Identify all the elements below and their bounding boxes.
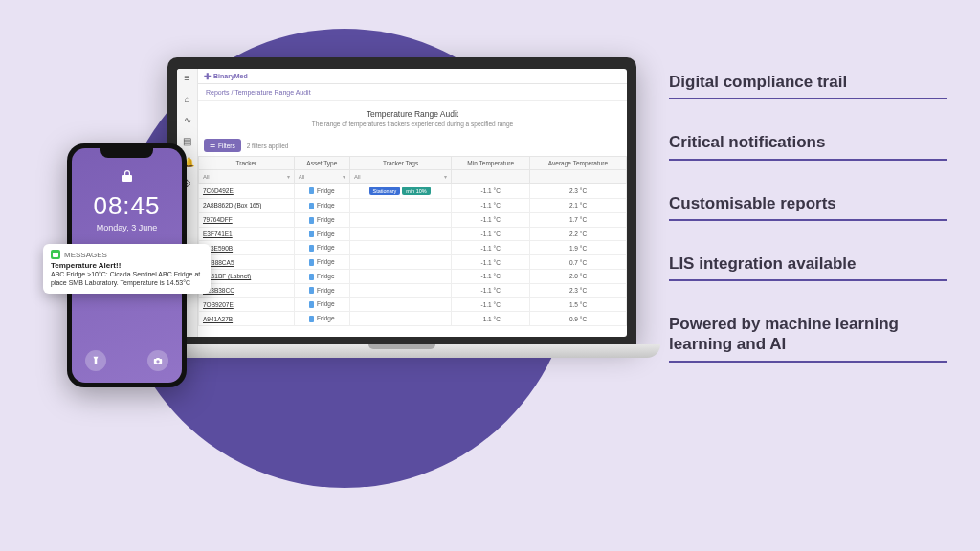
table-filter-row: All▾ All▾ All▾ [199, 170, 627, 184]
phone-mockup: 08:45 Monday, 3 June MESSAGES Temperatur… [67, 143, 187, 387]
tracker-cell[interactable]: 4A3E590B [199, 241, 295, 255]
laptop-mockup: ≡ ⌂ ∿ ▤ 🔔 ⚙ ✚ BinaryMed Reports / Temper… [167, 57, 636, 373]
fridge-icon [309, 203, 314, 209]
chart-icon[interactable]: ▤ [183, 137, 192, 146]
fridge-icon [309, 245, 314, 252]
filter-tags[interactable]: All▾ [349, 170, 451, 184]
tracker-cell[interactable]: 2A8B862D (Box 165) [199, 199, 295, 213]
asset-type-cell: Fridge [294, 227, 349, 241]
min-temp-cell: -1.1 °C [452, 269, 530, 283]
table-row: 7CB88CA5Fridge-1.1 °C0.7 °C [199, 255, 627, 270]
filters-applied-text: 2 filters applied [247, 143, 289, 149]
avg-temp-cell: 1.7 °C [530, 212, 627, 227]
col-tracker[interactable]: Tracker [199, 157, 295, 170]
asset-type-cell: Fridge [294, 199, 349, 213]
col-tracker-tags[interactable]: Tracker Tags [349, 157, 451, 170]
tags-cell [349, 241, 451, 255]
min-temp-cell: -1.1 °C [452, 298, 530, 312]
asset-type-cell: Fridge [294, 255, 349, 270]
table-row: 79764DFFFridge-1.1 °C1.7 °C [199, 212, 627, 227]
fridge-icon [309, 231, 314, 237]
min-temp-cell: -1.1 °C [452, 199, 530, 213]
asset-type-cell: Fridge [294, 312, 349, 326]
fridge-icon [309, 217, 314, 224]
table-row: 2A8B862D (Box 165)Fridge-1.1 °C2.1 °C [199, 199, 627, 213]
menu-icon[interactable]: ≡ [183, 74, 192, 83]
lockscreen-time: 08:45 [72, 191, 182, 221]
table-row: 4A3E590BFridge-1.1 °C1.9 °C [199, 241, 627, 255]
tracker-cell[interactable]: 7CB88CA5 [199, 255, 295, 270]
tag-badge: Stationary [369, 187, 401, 195]
feature-item: Powered by machine learning learning and… [669, 314, 947, 363]
signal-icon[interactable]: ∿ [183, 116, 192, 125]
fridge-icon [309, 187, 314, 194]
notification-body: ABC Fridge >10°C: Cicada Sentinel ABC Fr… [51, 271, 203, 288]
asset-type-cell: Fridge [294, 298, 349, 312]
fridge-icon [309, 259, 314, 266]
tracker-cell[interactable]: A941A27B [199, 312, 295, 326]
camera-icon[interactable] [147, 350, 168, 371]
home-icon[interactable]: ⌂ [183, 95, 192, 104]
avg-temp-cell: 1.5 °C [530, 298, 627, 312]
tracker-cell[interactable]: 7C6D492E [199, 184, 295, 199]
asset-type-cell: Fridge [294, 283, 349, 298]
tracker-cell[interactable]: BA61BF (Labnet) [199, 269, 295, 283]
logo-text: BinaryMed [213, 73, 248, 79]
avg-temp-cell: 2.2 °C [530, 227, 627, 241]
col-min-temp[interactable]: Min Temperature [452, 157, 530, 170]
min-temp-cell: -1.1 °C [452, 227, 530, 241]
asset-type-cell: Fridge [294, 269, 349, 283]
tag-badge: min 10% [402, 187, 430, 195]
asset-type-cell: Fridge [294, 212, 349, 227]
filter-tracker[interactable]: All▾ [199, 170, 295, 184]
min-temp-cell: -1.1 °C [452, 184, 530, 199]
avg-temp-cell: 2.1 °C [530, 199, 627, 213]
avg-temp-cell: 2.0 °C [530, 269, 627, 283]
feature-item: LIS integration available [669, 253, 947, 281]
tags-cell [349, 298, 451, 312]
avg-temp-cell: 2.3 °C [530, 283, 627, 298]
filters-button[interactable]: ☰Filters [204, 139, 241, 152]
logo-icon: ✚ [204, 72, 212, 81]
app-window: ≡ ⌂ ∿ ▤ 🔔 ⚙ ✚ BinaryMed Reports / Temper… [177, 69, 627, 337]
chevron-down-icon: ▾ [343, 173, 345, 180]
col-avg-temp[interactable]: Average Temperature [530, 157, 627, 170]
table-row: A941A27BFridge-1.1 °C0.9 °C [199, 312, 627, 326]
min-temp-cell: -1.1 °C [452, 312, 530, 326]
min-temp-cell: -1.1 °C [452, 212, 530, 227]
laptop-base [144, 344, 660, 358]
feature-list: Digital compliance trail Critical notifi… [669, 72, 947, 363]
filter-asset[interactable]: All▾ [294, 170, 349, 184]
col-asset-type[interactable]: Asset Type [294, 157, 349, 170]
notification-title: Temperature Alert!! [51, 261, 203, 270]
tags-cell [349, 199, 451, 213]
notification-card[interactable]: MESSAGES Temperature Alert!! ABC Fridge … [43, 244, 211, 294]
app-header: ✚ BinaryMed [198, 69, 627, 84]
tracker-cell[interactable]: 79764DFF [199, 212, 295, 227]
min-temp-cell: -1.1 °C [452, 283, 530, 298]
breadcrumb[interactable]: Reports / Temperature Range Audit [198, 84, 627, 101]
min-temp-cell: -1.1 °C [452, 255, 530, 270]
lockscreen-date: Monday, 3 June [72, 223, 182, 232]
tracker-cell[interactable]: 7OB9207E [199, 298, 295, 312]
tracker-cell[interactable]: E3F741E1 [199, 227, 295, 241]
fridge-icon [309, 301, 314, 308]
tracker-cell[interactable]: C23B38CC [199, 283, 295, 298]
asset-type-cell: Fridge [294, 241, 349, 255]
tags-cell: Stationarymin 10% [349, 184, 451, 199]
report-table: Tracker Asset Type Tracker Tags Min Temp… [198, 156, 627, 326]
filters-label: Filters [218, 143, 235, 149]
avg-temp-cell: 0.9 °C [530, 312, 627, 326]
fridge-icon [309, 274, 314, 280]
asset-type-cell: Fridge [294, 184, 349, 199]
avg-temp-cell: 1.9 °C [530, 241, 627, 255]
report-subtitle: The range of temperatures trackers exper… [198, 121, 627, 135]
flashlight-icon[interactable] [85, 350, 106, 371]
tags-cell [349, 283, 451, 298]
tags-cell [349, 212, 451, 227]
feature-item: Critical notifications [669, 132, 947, 160]
tags-cell [349, 269, 451, 283]
fridge-icon [309, 287, 314, 294]
lock-icon [72, 169, 182, 186]
min-temp-cell: -1.1 °C [452, 241, 530, 255]
